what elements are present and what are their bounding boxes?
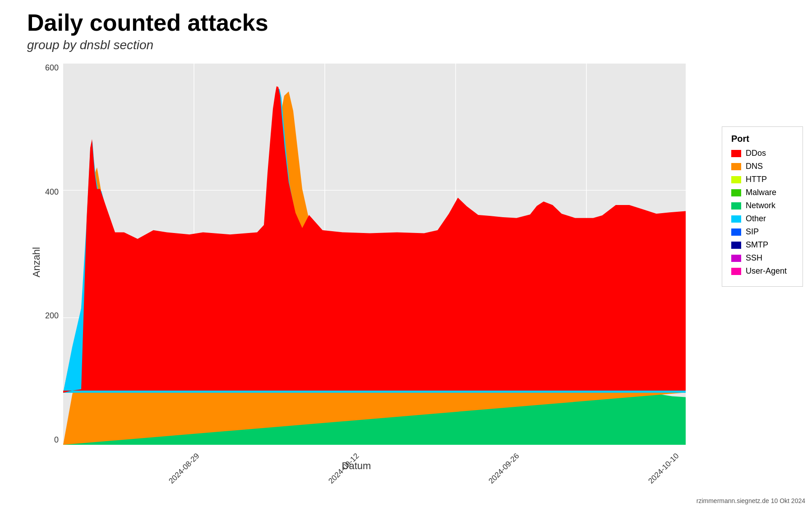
x-tick-0829: 2024-08-29 xyxy=(167,452,201,486)
legend-label-ssh: SSH xyxy=(746,253,762,263)
x-axis-ticks: 2024-08-29 2024-09-12 2024-09-26 2024-10… xyxy=(63,452,686,461)
legend-label-http: HTTP xyxy=(746,175,767,184)
page-container: Daily counted attacks group by dnsbl sec… xyxy=(0,0,812,508)
legend-label-ddos: DDos xyxy=(746,149,766,158)
legend-color-ssh xyxy=(731,255,741,262)
legend-color-ddos xyxy=(731,150,741,157)
legend-label-smtp: SMTP xyxy=(746,240,768,250)
legend-color-other xyxy=(731,215,741,223)
legend-item-sip: SIP xyxy=(731,227,794,237)
chart-svg xyxy=(63,63,686,445)
legend-label-network: Network xyxy=(746,201,775,210)
x-axis-label: Datum xyxy=(342,460,371,472)
legend-label-malware: Malware xyxy=(746,188,776,197)
legend-item-smtp: SMTP xyxy=(731,240,794,250)
legend-item-http: HTTP xyxy=(731,175,794,184)
y-tick-200: 200 xyxy=(45,311,59,321)
legend-color-http xyxy=(731,176,741,183)
legend-item-other: Other xyxy=(731,214,794,224)
main-title: Daily counted attacks xyxy=(27,9,268,36)
ddos-area xyxy=(63,86,686,393)
legend-item-dns: DNS xyxy=(731,162,794,171)
y-axis-label: Anzahl xyxy=(31,247,42,277)
legend-label-useragent: User-Agent xyxy=(746,266,787,276)
legend-color-dns xyxy=(731,163,741,170)
legend-color-smtp xyxy=(731,242,741,249)
y-tick-400: 400 xyxy=(45,187,59,197)
legend-label-sip: SIP xyxy=(746,227,759,237)
subtitle: group by dnsbl section xyxy=(27,38,268,52)
legend-item-ssh: SSH xyxy=(731,253,794,263)
chart-background xyxy=(63,63,686,445)
title-area: Daily counted attacks group by dnsbl sec… xyxy=(27,9,268,52)
y-tick-0: 0 xyxy=(54,435,59,445)
legend-color-malware xyxy=(731,189,741,196)
legend-item-useragent: User-Agent xyxy=(731,266,794,276)
legend: Port DDos DNS HTTP Malware Network Other… xyxy=(722,126,803,287)
legend-title: Port xyxy=(731,134,794,144)
x-tick-0926: 2024-09-26 xyxy=(487,452,521,486)
x-tick-1010: 2024-10-10 xyxy=(647,452,681,486)
y-tick-600: 600 xyxy=(45,63,59,73)
legend-item-malware: Malware xyxy=(731,188,794,197)
legend-item-ddos: DDos xyxy=(731,149,794,158)
legend-color-useragent xyxy=(731,268,741,275)
watermark: rzimmermann.siegnetz.de 10 Okt 2024 xyxy=(697,497,805,504)
legend-label-other: Other xyxy=(746,214,766,224)
legend-label-dns: DNS xyxy=(746,162,763,171)
legend-color-sip xyxy=(731,228,741,236)
chart-area: Anzahl 600 400 200 0 xyxy=(27,63,686,472)
y-axis-ticks: 600 400 200 0 xyxy=(45,63,61,445)
legend-color-network xyxy=(731,202,741,210)
legend-item-network: Network xyxy=(731,201,794,210)
